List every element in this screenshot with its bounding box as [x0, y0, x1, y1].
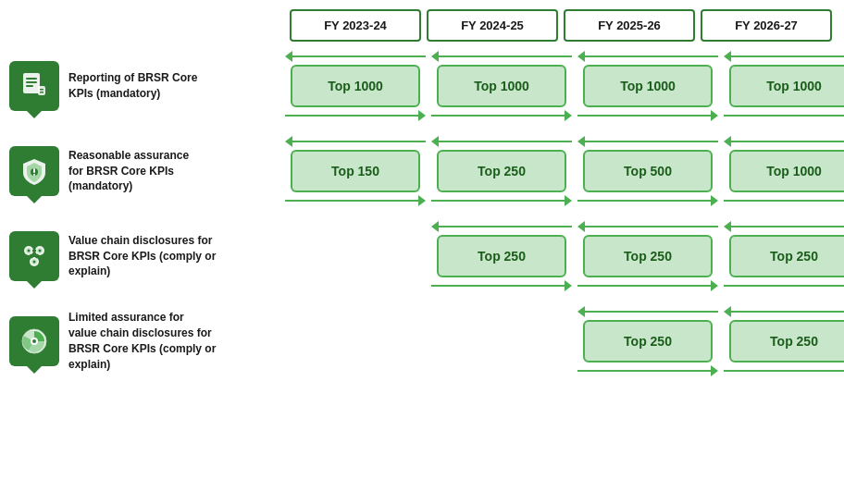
- cells-area-4: Top 250 Top 250: [282, 305, 844, 377]
- cell-1-1: Top 1000: [431, 50, 572, 122]
- data-row-2: Reasonable assurancefor BRSR Core KPIs(m…: [9, 134, 835, 208]
- svg-rect-2: [26, 81, 37, 83]
- top-arrow-1-0: [285, 50, 426, 63]
- arrow-line: [577, 370, 711, 372]
- value-cell-2-3: Top 1000: [729, 150, 844, 192]
- arrow-head-left-icon: [577, 136, 585, 147]
- top-arrow-2-2: [577, 135, 718, 148]
- arrow-line: [724, 285, 844, 287]
- arrow-line: [292, 55, 426, 57]
- top-arrow-1-2: [577, 50, 718, 63]
- cell-4-1: [431, 305, 572, 377]
- value-cell-3-2: Top 250: [583, 235, 713, 277]
- arrow-line: [431, 285, 565, 287]
- arrow-line: [724, 370, 844, 372]
- cell-2-1: Top 250: [431, 135, 572, 207]
- arrow-line: [431, 200, 565, 202]
- bottom-arrow-2-1: [431, 194, 572, 207]
- arrow-head-left-icon: [577, 306, 585, 317]
- chain-icon: [19, 241, 49, 271]
- arrow-head-right-icon: [711, 110, 718, 121]
- arrow-head-left-icon: [285, 136, 292, 147]
- value-cell-3-1: Top 250: [437, 235, 566, 277]
- cell-3-3: Top 250: [724, 220, 844, 292]
- value-cell-2-2: Top 500: [583, 150, 713, 192]
- arrow-line: [439, 141, 572, 142]
- top-arrow-4-2: [577, 305, 718, 318]
- arrow-head-right-icon: [565, 110, 572, 121]
- value-cell-2-0: Top 150: [291, 150, 420, 192]
- cell-1-2: Top 1000: [577, 50, 718, 122]
- label-area-2: Reasonable assurancefor BRSR Core KPIs(m…: [9, 146, 282, 196]
- bottom-arrow-3-3: [724, 279, 844, 292]
- label-text-1: Reporting of BRSR CoreKPIs (mandatory): [68, 70, 197, 102]
- arrow-head-right-icon: [418, 110, 426, 121]
- top-arrow-1-1: [431, 50, 572, 63]
- arrow-line: [724, 115, 844, 117]
- bottom-arrow-4-3: [724, 364, 844, 377]
- arrow-head-right-icon: [418, 195, 426, 206]
- arrow-line: [577, 200, 711, 202]
- arrow-line: [585, 311, 718, 313]
- cell-4-2: Top 250: [577, 305, 718, 377]
- bottom-arrow-2-3: [724, 194, 844, 207]
- top-arrow-2-0: [285, 135, 426, 148]
- cell-1-0: Top 1000: [285, 50, 426, 122]
- label-area-3: Value chain disclosures forBRSR Core KPI…: [9, 231, 282, 281]
- value-cell-2-1: Top 250: [437, 150, 566, 192]
- value-cell-1-3: Top 1000: [729, 65, 844, 107]
- arrow-head-right-icon: [565, 195, 572, 206]
- arrow-line: [285, 115, 418, 117]
- cell-3-1: Top 250: [431, 220, 572, 292]
- arrow-head-left-icon: [431, 221, 439, 232]
- main-container: FY 2023-24 FY 2024-25 FY 2025-26 FY 2026…: [0, 0, 844, 399]
- top-arrow-2-1: [431, 135, 572, 148]
- svg-point-19: [28, 250, 31, 252]
- empty-cell-4-1: [437, 320, 566, 363]
- arrow-line: [585, 141, 718, 142]
- top-arrow-2-3: [724, 135, 844, 148]
- arrow-line: [731, 55, 844, 57]
- arrow-head-left-icon: [285, 51, 292, 62]
- arrow-line: [577, 115, 711, 117]
- cell-3-2: Top 250: [577, 220, 718, 292]
- arrow-head-left-icon: [577, 221, 585, 232]
- shield-icon: [19, 156, 49, 186]
- cells-area-1: Top 1000 Top 1000: [282, 50, 844, 122]
- cell-1-3: Top 1000: [724, 50, 844, 122]
- top-arrow-4-3: [724, 305, 844, 318]
- top-arrow-1-3: [724, 50, 844, 63]
- icon-box-3: [9, 231, 59, 281]
- svg-rect-8: [33, 168, 35, 173]
- icon-box-1: [9, 61, 59, 111]
- empty-cell-3-0: [291, 235, 420, 277]
- header-col-0: FY 2023-24: [290, 9, 421, 42]
- bottom-arrow-1-1: [431, 109, 572, 122]
- svg-rect-4: [38, 86, 45, 95]
- arrow-head-right-icon: [711, 280, 718, 291]
- header-col-3: FY 2026-27: [701, 9, 832, 42]
- svg-point-9: [33, 174, 35, 176]
- arrow-line: [731, 226, 844, 227]
- document-icon: [19, 71, 49, 101]
- top-arrow-3-1: [431, 220, 572, 233]
- svg-rect-1: [26, 78, 37, 80]
- bottom-arrow-1-0: [285, 109, 426, 122]
- value-cell-4-3: Top 250: [729, 320, 844, 363]
- svg-rect-5: [40, 89, 43, 91]
- cells-area-3: Top 250 Top 250: [282, 220, 844, 292]
- label-text-4: Limited assurance forvalue chain disclos…: [68, 310, 216, 372]
- header-row: FY 2023-24 FY 2024-25 FY 2025-26 FY 2026…: [287, 9, 835, 42]
- cell-2-3: Top 1000: [724, 135, 844, 207]
- arrow-head-right-icon: [711, 365, 718, 376]
- arrow-line: [431, 115, 565, 117]
- svg-rect-3: [26, 85, 33, 87]
- value-cell-4-2: Top 250: [583, 320, 713, 363]
- chart-icon: [19, 326, 49, 356]
- svg-rect-6: [40, 92, 43, 93]
- bottom-arrow-3-1: [431, 279, 572, 292]
- bottom-arrow-4-2: [577, 364, 718, 377]
- value-cell-1-2: Top 1000: [583, 65, 713, 107]
- svg-line-15: [36, 254, 38, 258]
- bottom-arrow-1-3: [724, 109, 844, 122]
